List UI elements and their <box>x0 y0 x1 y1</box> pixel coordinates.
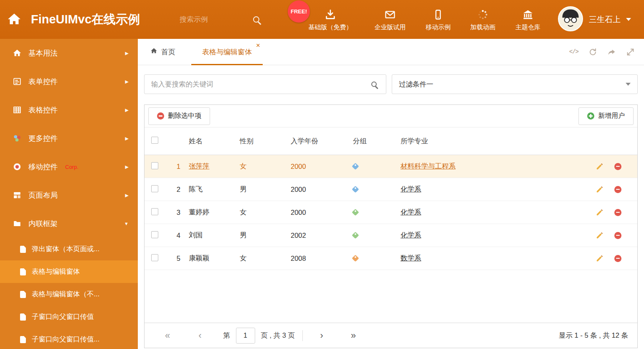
delete-icon[interactable] <box>614 186 621 193</box>
page-input[interactable] <box>236 328 255 344</box>
app-header: FineUIMvc在线示例 FREE! 基础版（免费） 企业版试用 移动示例 <box>0 0 644 39</box>
file-icon <box>20 291 26 298</box>
student-name-link[interactable]: 张萍萍 <box>189 162 210 170</box>
filter-selected-value: 过滤条件一 <box>399 80 434 89</box>
search-icon[interactable] <box>371 82 377 87</box>
divider <box>302 330 303 341</box>
page-prefix: 第 <box>223 331 230 340</box>
expand-icon[interactable] <box>626 48 635 56</box>
form-icon <box>13 77 22 86</box>
add-user-button[interactable]: 新增用户 <box>578 107 634 125</box>
row-checkbox[interactable] <box>151 208 158 215</box>
sidebar-item-mobile-controls[interactable]: 移动控件 Corp. ▶ <box>0 153 138 181</box>
sidebar-subitem-popup-window[interactable]: 弹出窗体（本页面或... <box>0 238 138 260</box>
spinner-icon <box>477 8 489 20</box>
close-icon[interactable]: × <box>256 42 260 49</box>
major-link[interactable]: 材料科学与工程系 <box>401 162 456 170</box>
source-code-icon[interactable]: </> <box>569 48 578 55</box>
row-checkbox[interactable] <box>151 185 158 192</box>
sidebar-item-form-controls[interactable]: 表单控件 ▶ <box>0 67 138 96</box>
sidebar-subitem-grid-edit-window-2[interactable]: 表格与编辑窗体（不... <box>0 283 138 306</box>
tag-icon <box>352 255 359 262</box>
major-link[interactable]: 化学系 <box>401 231 421 239</box>
chevron-down-icon <box>626 18 631 21</box>
row-checkbox[interactable] <box>151 162 158 169</box>
sidebar-item-iframe[interactable]: 内联框架 ▼ <box>0 209 138 238</box>
delete-icon[interactable] <box>614 163 621 170</box>
student-name-link[interactable]: 康颖颖 <box>189 254 210 262</box>
tab-bar: 首页 表格与编辑窗体 × </> <box>138 39 644 65</box>
sidebar-subitem-grid-edit-window[interactable]: 表格与编辑窗体 <box>0 260 138 283</box>
keyword-search-input[interactable] <box>151 80 371 88</box>
major-link[interactable]: 数学系 <box>401 254 421 262</box>
free-badge: FREE! <box>288 0 310 23</box>
corp-badge: Corp. <box>65 164 79 170</box>
nav-theme-repo[interactable]: 主题仓库 <box>505 0 551 39</box>
home-icon <box>13 48 22 58</box>
record-summary: 显示 1 - 5 条 , 共 12 条 <box>559 331 628 340</box>
major-link[interactable]: 化学系 <box>401 185 421 193</box>
plus-circle-icon <box>587 112 594 120</box>
row-checkbox[interactable] <box>151 254 158 261</box>
sidebar-subitem-child-to-parent[interactable]: 子窗口向父窗口传值 <box>0 306 138 328</box>
tag-icon <box>352 209 359 216</box>
avatar[interactable] <box>558 6 583 31</box>
header-search-input[interactable] <box>180 15 246 24</box>
sidebar-subitem-child-to-parent-2[interactable]: 子窗口向父窗口传值... <box>0 328 138 349</box>
row-number: 1 <box>166 163 183 171</box>
last-page-button[interactable]: » <box>347 331 360 340</box>
sidebar-item-page-layout[interactable]: 页面布局 ▶ <box>0 181 138 209</box>
first-page-button[interactable]: « <box>161 331 174 340</box>
refresh-icon[interactable] <box>588 48 597 56</box>
search-icon[interactable] <box>253 16 259 23</box>
bank-icon <box>522 8 534 20</box>
edit-icon[interactable] <box>596 186 603 194</box>
delete-icon[interactable] <box>614 255 621 262</box>
main-content: 首页 表格与编辑窗体 × </> <box>138 39 644 349</box>
table-icon <box>13 105 22 115</box>
header-search <box>180 0 259 39</box>
edit-icon[interactable] <box>596 163 603 171</box>
gender-cell: 女 <box>234 254 285 263</box>
file-icon <box>20 336 26 343</box>
file-icon <box>20 246 26 253</box>
column-header-group: 分组 <box>345 137 394 146</box>
edit-icon[interactable] <box>596 232 603 239</box>
share-icon[interactable] <box>607 48 616 56</box>
user-name: 三生石上 <box>589 14 621 25</box>
table-row: 3 董婷婷 女 2000 化学系 <box>145 201 637 224</box>
prev-page-button[interactable]: ‹ <box>194 331 206 340</box>
nav-mobile-demo[interactable]: 移动示例 <box>416 0 461 39</box>
download-icon <box>325 8 336 20</box>
filter-dropdown[interactable]: 过滤条件一 <box>392 74 638 94</box>
user-menu[interactable]: 三生石上 <box>589 0 631 39</box>
edit-icon[interactable] <box>596 209 603 217</box>
nav-enterprise-trial[interactable]: 企业版试用 <box>365 0 415 39</box>
sidebar-item-basic-usage[interactable]: 基本用法 ▶ <box>0 39 138 67</box>
delete-icon[interactable] <box>614 232 621 239</box>
nav-basic-free[interactable]: 基础版（免费） <box>303 0 358 39</box>
delete-icon[interactable] <box>614 209 621 216</box>
column-header-gender: 性别 <box>234 137 285 146</box>
row-checkbox[interactable] <box>151 231 158 238</box>
sidebar-item-grid-controls[interactable]: 表格控件 ▶ <box>0 96 138 124</box>
major-link[interactable]: 化学系 <box>401 208 421 216</box>
tab-grid-edit-window[interactable]: 表格与编辑窗体 × <box>191 39 263 65</box>
home-icon[interactable] <box>7 12 22 27</box>
next-page-button[interactable]: › <box>315 331 328 340</box>
edit-icon[interactable] <box>596 255 603 262</box>
student-name-link[interactable]: 董婷婷 <box>189 208 210 216</box>
nav-loading-animation[interactable]: 加载动画 <box>460 0 505 39</box>
delete-selected-button[interactable]: 删除选中项 <box>148 107 210 125</box>
app-title: FineUIMvc在线示例 <box>31 0 140 39</box>
tag-icon <box>352 186 359 193</box>
student-name-link[interactable]: 刘国 <box>189 231 203 239</box>
select-all-checkbox[interactable] <box>151 137 158 144</box>
row-number: 4 <box>166 232 183 239</box>
student-name-link[interactable]: 陈飞 <box>189 185 203 193</box>
chevron-right-icon: ▶ <box>125 107 129 113</box>
minus-circle-icon <box>157 112 164 120</box>
tab-home[interactable]: 首页 <box>150 39 175 65</box>
sidebar-item-more-controls[interactable]: 更多控件 ▶ <box>0 124 138 153</box>
year-cell: 2000 <box>285 209 345 217</box>
